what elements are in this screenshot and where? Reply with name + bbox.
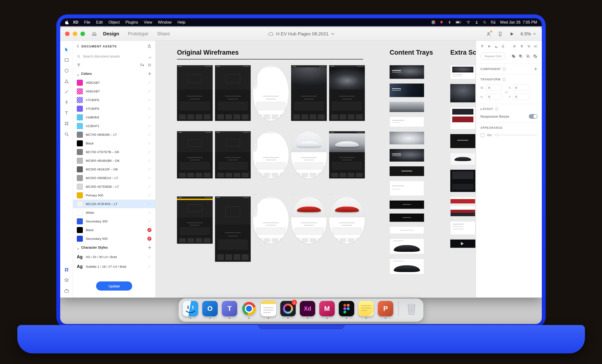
- artboard-name[interactable]: ...: [390, 223, 424, 226]
- color-swatch[interactable]: [77, 192, 83, 198]
- pen-tool[interactable]: [61, 97, 72, 107]
- edit-pencil-icon[interactable]: [148, 107, 151, 110]
- wireframe-artboard[interactable]: ...: [177, 65, 213, 121]
- responsive-resize-toggle[interactable]: [529, 114, 538, 119]
- edit-pencil-icon[interactable]: [148, 81, 151, 85]
- artboard-name[interactable]: ...: [177, 192, 181, 195]
- artboard-preview[interactable]: [177, 196, 213, 244]
- rectangle-tool[interactable]: [61, 55, 72, 65]
- color-asset-row[interactable]: Black: [73, 139, 155, 148]
- content-tray-artboard[interactable]: [390, 201, 424, 209]
- content-tray-artboard[interactable]: [390, 214, 424, 222]
- artboard-name[interactable]: ...: [253, 192, 257, 195]
- battery-icon[interactable]: [456, 20, 462, 24]
- info-icon[interactable]: [502, 78, 506, 81]
- align-right-icon[interactable]: [527, 44, 530, 49]
- conflict-badge-icon[interactable]: [147, 237, 151, 241]
- menu-file[interactable]: File: [81, 20, 93, 25]
- wireframe-artboard[interactable]: ...: [215, 65, 251, 121]
- artboard-name[interactable]: ...: [390, 98, 424, 102]
- colors-section-header[interactable]: Colors: [73, 69, 155, 78]
- artboard-preview[interactable]: [329, 65, 365, 121]
- artboard-name[interactable]: ...: [450, 218, 475, 221]
- artboard-name[interactable]: ...: [390, 128, 424, 132]
- line-tool[interactable]: [61, 86, 72, 97]
- color-swatch[interactable]: [77, 166, 83, 172]
- update-button[interactable]: Update: [96, 281, 132, 290]
- chevron-down-icon[interactable]: [149, 55, 151, 57]
- artboard-name[interactable]: ...: [177, 61, 181, 64]
- artboard-preview[interactable]: [215, 196, 251, 262]
- color-asset-row[interactable]: #18B0E8: [73, 113, 155, 122]
- artboard-preview[interactable]: [253, 196, 289, 244]
- wireframe-artboard[interactable]: ...: [253, 131, 289, 178]
- dock-teams[interactable]: T: [222, 301, 237, 318]
- artboard-name[interactable]: ...: [291, 192, 295, 195]
- character-style-row[interactable]: AgSubtitle 1 / 18 / 27 LH / Bold: [73, 262, 155, 271]
- opacity-slider[interactable]: [494, 135, 538, 135]
- artboard-preview[interactable]: [253, 65, 289, 121]
- menu-edit[interactable]: Edit: [93, 20, 106, 25]
- edit-pencil-icon[interactable]: [148, 176, 151, 180]
- extra-screen-artboard[interactable]: [450, 107, 475, 129]
- info-icon[interactable]: [495, 107, 498, 111]
- dock-m-app[interactable]: M: [319, 301, 335, 318]
- dock-figma[interactable]: [339, 301, 354, 318]
- menu-view[interactable]: View: [141, 20, 155, 25]
- color-asset-row[interactable]: Secondary 500: [73, 234, 155, 243]
- artboard-name[interactable]: ...: [390, 163, 424, 166]
- color-asset-row[interactable]: MC700 #808285 – LT: [73, 130, 155, 139]
- color-swatch[interactable]: [77, 106, 83, 112]
- artboard-name[interactable]: ...: [450, 150, 475, 153]
- wireframe-artboard[interactable]: ...: [291, 196, 327, 244]
- edit-pencil-icon[interactable]: [148, 98, 151, 102]
- artboard-preview[interactable]: [253, 131, 289, 178]
- artboard-name[interactable]: ...: [253, 61, 257, 64]
- color-asset-row[interactable]: #EB2AB7: [73, 78, 155, 87]
- artboard-name[interactable]: ...: [329, 61, 333, 64]
- wireframe-artboard[interactable]: ...: [253, 196, 289, 244]
- distribute-vertical-icon[interactable]: [501, 44, 505, 49]
- content-tray-artboard[interactable]: [390, 84, 424, 97]
- color-swatch[interactable]: [77, 201, 83, 207]
- color-swatch[interactable]: [77, 80, 83, 86]
- asset-search-input[interactable]: Search document assets: [73, 52, 155, 61]
- artboard-name[interactable]: ...: [329, 192, 333, 195]
- canvas-title-original-wireframes[interactable]: Original Wireframes: [177, 49, 239, 56]
- artboard-name[interactable]: ...: [390, 62, 424, 65]
- color-asset-row[interactable]: Secondary 300: [73, 217, 155, 225]
- wireframe-artboard[interactable]: ...: [291, 131, 327, 178]
- edit-pencil-icon[interactable]: [148, 133, 151, 137]
- artboard-preview[interactable]: [215, 131, 251, 178]
- wireframe-artboard[interactable]: ...: [329, 65, 365, 121]
- color-asset-row[interactable]: MC900 #BABAB6 – DK: [73, 156, 155, 165]
- color-swatch[interactable]: [77, 123, 83, 129]
- canvas-title-extra-screens[interactable]: Extra Screens: [450, 49, 476, 56]
- menu-window[interactable]: Window: [155, 20, 175, 25]
- wireframe-artboard[interactable]: ...: [215, 196, 251, 262]
- artboard-preview[interactable]: [291, 196, 327, 244]
- artboard-name[interactable]: ...: [390, 210, 424, 214]
- minimize-window-button[interactable]: [73, 32, 77, 36]
- artboard-name[interactable]: ...: [450, 236, 475, 240]
- artboard-name[interactable]: ...: [215, 61, 219, 64]
- color-swatch[interactable]: [77, 132, 83, 138]
- align-middle-icon[interactable]: [487, 44, 491, 49]
- content-tray-artboard[interactable]: [390, 132, 424, 144]
- artboard-name[interactable]: ...: [253, 127, 257, 130]
- chevron-left-icon[interactable]: [77, 44, 79, 48]
- home-icon[interactable]: [92, 31, 97, 36]
- wireframe-artboard[interactable]: ...: [177, 131, 213, 178]
- dock-notes[interactable]: [261, 301, 276, 318]
- tab-design[interactable]: Design: [103, 31, 119, 37]
- artboard-name[interactable]: ...: [450, 62, 475, 65]
- repeat-grid-button[interactable]: Repeat Grid: [480, 53, 505, 60]
- width-input[interactable]: 0: [486, 85, 502, 91]
- select-tool[interactable]: [61, 44, 72, 55]
- tab-prototype[interactable]: Prototype: [128, 31, 149, 37]
- account-icon[interactable]: [486, 31, 491, 37]
- artboard-name[interactable]: ...: [450, 81, 475, 84]
- bluetooth-icon[interactable]: [448, 20, 451, 24]
- color-swatch[interactable]: [77, 175, 83, 181]
- color-asset-row[interactable]: #22BAF2: [73, 122, 155, 130]
